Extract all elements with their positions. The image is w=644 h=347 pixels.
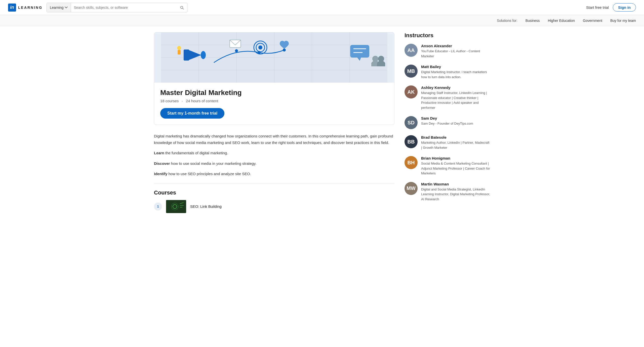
instructor-avatar: AK xyxy=(405,85,418,98)
point3-rest: how to use SEO principles and analyze si… xyxy=(167,172,251,176)
hours-content: 24 hours of content xyxy=(186,99,218,103)
point2-bold: Discover xyxy=(154,161,170,166)
svg-point-11 xyxy=(201,51,206,59)
subnav-government[interactable]: Government xyxy=(583,19,602,23)
instructor-description: Digital Marketing Instructor. I teach ma… xyxy=(421,70,490,79)
hero-body: Master Digital Marketing 18 courses · 24… xyxy=(154,83,394,125)
instructor-item[interactable]: BH Brian Honigman Social Media & Content… xyxy=(405,156,490,176)
content-area: Master Digital Marketing 18 courses · 24… xyxy=(154,32,394,213)
instructor-description: Managing Staff Instructor, LinkedIn Lear… xyxy=(421,90,490,110)
instructors-heading: Instructors xyxy=(405,32,490,39)
instructor-name: Brad Batesole xyxy=(421,135,490,139)
search-input[interactable] xyxy=(71,6,177,10)
cta-button[interactable]: Start my 1-month free trial xyxy=(160,108,224,119)
search-type-dropdown[interactable]: Learning xyxy=(47,3,71,12)
instructor-description: Digital and Social Media Strategist, Lin… xyxy=(421,187,490,202)
instructor-item[interactable]: MW Martin Waxman Digital and Social Medi… xyxy=(405,182,490,202)
linkedin-logo-icon: in xyxy=(8,4,16,12)
svg-rect-21 xyxy=(350,45,369,58)
point1-bold: Learn xyxy=(154,151,164,155)
instructor-name: Anson Alexander xyxy=(421,44,490,48)
search-button[interactable] xyxy=(177,3,187,12)
logo-text: LEARNING xyxy=(18,6,43,10)
course-thumbnail xyxy=(166,200,186,213)
instructor-item[interactable]: MB Matt Bailey Digital Marketing Instruc… xyxy=(405,65,490,79)
instructor-avatar: BH xyxy=(405,156,418,169)
instructors-list: AA Anson Alexander YouTube Educator - LI… xyxy=(405,44,490,202)
description-point3: Identify how to use SEO principles and a… xyxy=(154,171,394,177)
instructor-description: Marketing Author, LinkedIn | Partner, Ma… xyxy=(421,140,490,150)
point1-rest: the fundamentals of digital marketing. xyxy=(164,151,228,155)
subnav: Solutions for: Business Higher Education… xyxy=(0,15,644,26)
search-icon xyxy=(180,5,184,10)
course-title: SEO: Link Building xyxy=(190,204,222,209)
search-area: Learning xyxy=(47,3,187,12)
instructor-info: Brian Honigman Social Media & Content Ma… xyxy=(421,156,490,176)
svg-rect-27 xyxy=(166,200,186,213)
instructor-item[interactable]: AK Ashley Kennedy Managing Staff Instruc… xyxy=(405,85,490,110)
hero-meta: 18 courses · 24 hours of content xyxy=(160,99,388,103)
instructor-avatar: MW xyxy=(405,182,418,195)
instructor-item[interactable]: BB Brad Batesole Marketing Author, Linke… xyxy=(405,135,490,150)
instructor-avatar: MB xyxy=(405,65,418,78)
instructor-item[interactable]: AA Anson Alexander YouTube Educator - LI… xyxy=(405,44,490,59)
main-layout: Master Digital Marketing 18 courses · 24… xyxy=(146,26,498,219)
instructor-name: Sam Dey xyxy=(421,116,473,120)
instructor-avatar: AA xyxy=(405,44,418,57)
svg-point-16 xyxy=(283,48,286,52)
instructors-sidebar: Instructors AA Anson Alexander YouTube E… xyxy=(405,32,490,213)
subnav-higher-education[interactable]: Higher Education xyxy=(548,19,575,23)
instructor-description: Sam Dey - Founder of DeyTips.com xyxy=(421,121,473,126)
header-actions: Start free trial Sign in xyxy=(586,3,636,12)
instructor-description: Social Media & Content Marketing Consult… xyxy=(421,161,490,176)
instructor-name: Martin Waxman xyxy=(421,182,490,186)
section-divider xyxy=(154,183,394,183)
hero-title: Master Digital Marketing xyxy=(160,89,388,97)
course-number: 1 xyxy=(154,203,162,211)
svg-rect-10 xyxy=(184,49,189,61)
instructor-info: Anson Alexander YouTube Educator - LIL A… xyxy=(421,44,490,59)
sign-in-button[interactable]: Sign in xyxy=(613,3,636,12)
instructor-name: Brian Honigman xyxy=(421,156,490,160)
chevron-down-icon xyxy=(65,6,68,9)
instructor-name: Ashley Kennedy xyxy=(421,85,490,90)
instructor-info: Ashley Kennedy Managing Staff Instructor… xyxy=(421,85,490,110)
description-point2: Discover how to use social media in your… xyxy=(154,160,394,167)
subnav-business[interactable]: Business xyxy=(526,19,540,23)
instructor-info: Martin Waxman Digital and Social Media S… xyxy=(421,182,490,202)
instructor-avatar: BB xyxy=(405,135,418,148)
search-type-label: Learning xyxy=(50,6,64,10)
point3-bold: Identify xyxy=(154,172,167,176)
courses-count: 18 courses xyxy=(160,99,179,103)
hero-illustration xyxy=(154,32,394,83)
svg-point-20 xyxy=(258,45,262,49)
courses-section: Courses 1 SEO: Link Building xyxy=(154,189,394,213)
course-thumb-svg xyxy=(166,200,186,213)
svg-point-14 xyxy=(235,49,238,52)
instructor-info: Matt Bailey Digital Marketing Instructor… xyxy=(421,65,490,79)
svg-rect-13 xyxy=(178,50,181,55)
description-main: Digital marketing has dramatically chang… xyxy=(154,133,394,146)
instructor-description: YouTube Educator - LIL Author - Content … xyxy=(421,49,490,59)
course-item[interactable]: 1 SEO: Link Building xyxy=(154,200,394,213)
instructor-name: Matt Bailey xyxy=(421,65,490,69)
instructor-info: Brad Batesole Marketing Author, LinkedIn… xyxy=(421,135,490,150)
courses-heading: Courses xyxy=(154,189,394,196)
solutions-label: Solutions for: xyxy=(497,19,517,23)
subnav-buy-for-team[interactable]: Buy for my team xyxy=(610,19,636,23)
hero-card: Master Digital Marketing 18 courses · 24… xyxy=(154,32,394,125)
hero-svg xyxy=(154,32,394,83)
instructor-info: Sam Dey Sam Dey - Founder of DeyTips.com xyxy=(421,116,473,126)
start-free-trial-link[interactable]: Start free trial xyxy=(586,5,609,10)
instructor-item[interactable]: SD Sam Dey Sam Dey - Founder of DeyTips.… xyxy=(405,116,490,129)
svg-point-12 xyxy=(177,46,181,50)
description: Digital marketing has dramatically chang… xyxy=(154,133,394,177)
description-point1: Learn the fundamentals of digital market… xyxy=(154,150,394,156)
logo-area: in LEARNING xyxy=(8,4,43,12)
svg-rect-17 xyxy=(230,40,241,47)
header: in LEARNING Learning Start free trial Si… xyxy=(0,0,644,15)
point2-rest: how to use social media in your marketin… xyxy=(170,161,256,166)
instructor-avatar: SD xyxy=(405,116,418,129)
